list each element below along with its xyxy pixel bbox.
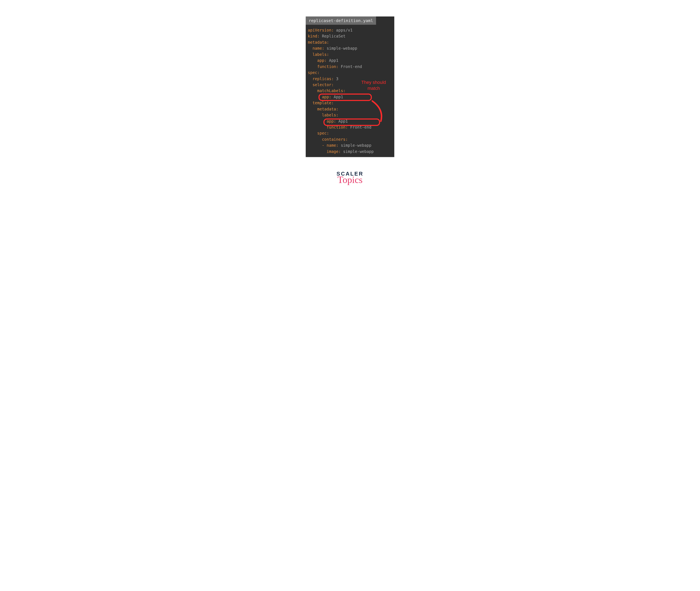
code-line: metadata: — [308, 106, 392, 112]
code-line: metadata: — [308, 39, 392, 45]
annotation-label: They shouldmatch — [361, 79, 386, 91]
code-line: labels: — [308, 112, 392, 118]
code-editor: replicaset-definition.yaml apiVersion: a… — [306, 16, 394, 157]
code-line: app: App1 — [308, 58, 392, 63]
code-line: spec: — [308, 130, 392, 136]
code-line: app: App1 — [308, 94, 392, 100]
logo-sub: Topics — [337, 175, 363, 185]
code-line: apiVersion: apps/v1 — [308, 27, 392, 33]
code-line: spec: — [308, 70, 392, 76]
code-line: function: Front-end — [308, 124, 392, 130]
code-content: apiVersion: apps/v1 kind: ReplicaSet met… — [306, 25, 394, 157]
file-tab[interactable]: replicaset-definition.yaml — [306, 16, 376, 25]
code-line: app: App1 — [308, 118, 392, 124]
code-line: kind: ReplicaSet — [308, 33, 392, 39]
code-line: image: simple-webapp — [308, 148, 392, 154]
code-line: name: simple-webapp — [308, 45, 392, 51]
code-line: containers: — [308, 136, 392, 142]
code-line: - name: simple-webapp — [308, 142, 392, 148]
scaler-topics-logo: SCALER Topics — [337, 172, 364, 184]
code-line: template: — [308, 100, 392, 106]
tab-bar-empty — [376, 16, 394, 25]
tab-bar: replicaset-definition.yaml — [306, 16, 394, 25]
code-line: function: Front-end — [308, 64, 392, 70]
code-line: labels: — [308, 52, 392, 58]
